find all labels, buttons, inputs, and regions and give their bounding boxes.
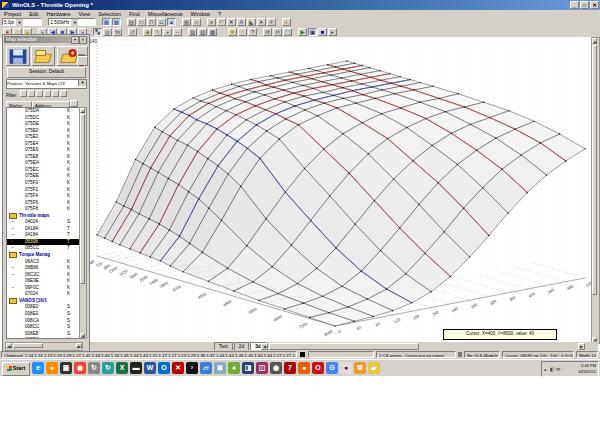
menu-item-window[interactable]: Window xyxy=(186,10,214,18)
pen-button[interactable]: ✎ xyxy=(153,28,162,36)
pointer-button[interactable]: ➤ xyxy=(257,18,266,26)
blue-box-button[interactable]: ■ xyxy=(318,28,327,36)
checker-button[interactable]: ▚ xyxy=(93,28,102,36)
insert-button[interactable]: ◆ xyxy=(143,28,152,36)
text-view-button[interactable]: ▤ xyxy=(127,18,136,26)
menu-item-hardware[interactable]: Hardware xyxy=(43,10,75,18)
menu-item-project[interactable]: Project xyxy=(0,10,25,18)
taskbar-icon-red-x-app[interactable]: ✕ xyxy=(172,362,184,374)
taskbar-icon-folder-yellow[interactable]: ▰ xyxy=(368,362,380,374)
taskbar-icon-game[interactable]: ♠ xyxy=(228,362,240,374)
3d-surface-plot[interactable]: 1404807209601200152018402160248028003200… xyxy=(89,37,591,342)
filter-option-4[interactable] xyxy=(44,90,51,97)
compare-button[interactable]: ≡ xyxy=(207,18,216,26)
panel-pin-icon[interactable]: ▾ xyxy=(71,36,79,44)
menu-item-edit[interactable]: Edit xyxy=(25,10,42,18)
taskbar-icon-app-dark[interactable]: ▣ xyxy=(60,362,72,374)
filter-option-2[interactable] xyxy=(28,90,35,97)
taskbar-icon-firefox-orange[interactable]: ● xyxy=(46,362,58,374)
taskbar-icon-outlook[interactable]: O xyxy=(158,362,170,374)
sync-button[interactable]: ↺ xyxy=(128,28,137,36)
list-horizontal-scrollbar[interactable]: ◀ ▶ xyxy=(5,342,83,351)
taskbar-icon-wrench[interactable]: ⚒ xyxy=(354,362,366,374)
list-vertical-scrollbar[interactable]: ▲ ▼ xyxy=(79,107,87,339)
filter-option-1[interactable] xyxy=(20,90,27,97)
list-yellow-button[interactable]: ≡ xyxy=(282,18,291,26)
view-2d-flip-button[interactable]: ⊔ xyxy=(157,18,166,26)
taskbar-icon-sync-teal[interactable]: ↻ xyxy=(102,362,114,374)
taskbar-icon-tiles-blue[interactable]: ◨ xyxy=(242,362,254,374)
taskbar-icon-pen-drive[interactable]: ▬ xyxy=(130,362,142,374)
taskbar-icon-explorer-folder[interactable]: ▱ xyxy=(200,362,212,374)
zoom-button[interactable]: ◎ xyxy=(103,28,112,36)
minus-button[interactable]: − xyxy=(173,28,182,36)
tray-icon-3[interactable]: ◦ xyxy=(562,366,564,372)
mail-2-button[interactable]: ✉ xyxy=(273,28,282,36)
map-3d-button[interactable]: ▨ xyxy=(198,28,207,36)
plus-button[interactable]: + xyxy=(163,28,172,36)
map-list[interactable]: 075DAK075DCK075DEK075E0K075E2K075E4K075E… xyxy=(6,107,82,339)
taskbar-icon-red-seven[interactable]: 7 xyxy=(284,362,296,374)
menu-item-find[interactable]: Find xyxy=(125,10,144,18)
export-green-button[interactable]: ▶ xyxy=(298,28,307,36)
map-2d-button[interactable]: ▧ xyxy=(188,28,197,36)
view-3d-button[interactable]: ▲ xyxy=(167,18,176,26)
taskbar-icon-photo[interactable]: ◫ xyxy=(256,362,268,374)
taskbar-icon-sync-gray[interactable]: ↻ xyxy=(88,362,100,374)
tray-icon-0[interactable]: ▴ xyxy=(544,366,547,372)
start-button[interactable]: Start xyxy=(2,362,30,376)
tab-text[interactable]: Text xyxy=(214,342,233,350)
map-sel-button[interactable]: ▩ xyxy=(208,28,217,36)
view-2d-button[interactable]: ⊓ xyxy=(147,18,156,26)
percent-button[interactable]: % xyxy=(113,28,122,36)
session-button[interactable]: Session: Default xyxy=(7,67,86,78)
mail-button[interactable]: ✉ xyxy=(263,28,272,36)
taskbar-icon-doc-gray[interactable]: ≣ xyxy=(214,362,226,374)
map-row[interactable]: 008EAV xyxy=(7,337,81,339)
undo-button[interactable]: ↶ xyxy=(217,18,226,26)
taskbar-icon-chrome[interactable]: ◉ xyxy=(74,362,86,374)
open-map-icon[interactable] xyxy=(31,46,55,66)
close-button[interactable]: ✕ xyxy=(590,1,599,9)
help-button[interactable]: ? xyxy=(248,28,257,36)
link-view-button[interactable]: ∞ xyxy=(192,18,201,26)
triangle-button[interactable]: ◣ xyxy=(247,18,256,26)
menu-item-selection[interactable]: Selection xyxy=(94,10,125,18)
tray-icon-2[interactable]: ✉ xyxy=(556,366,560,372)
scope-dropdown[interactable]: Projects, Versions & Maps (19 ▼ xyxy=(6,79,87,89)
taskbar-icon-terminal[interactable]: › xyxy=(186,362,198,374)
globe-button[interactable]: ◯ xyxy=(283,28,292,36)
lamp-yellow-button[interactable]: ✹ xyxy=(228,28,237,36)
text-a-button[interactable]: A xyxy=(237,18,246,26)
plot-vertical-scrollbar[interactable]: ▲ ▼ xyxy=(591,37,600,344)
taskbar-icon-bulb[interactable]: ◉ xyxy=(270,362,282,374)
tray-icon-1[interactable]: ◧ xyxy=(550,366,555,372)
taskbar-icon-google-sphere[interactable]: G xyxy=(326,362,338,374)
ole-box-button[interactable]: ▣ xyxy=(308,28,317,36)
small-swap-icon[interactable] xyxy=(77,56,88,66)
grid-view-2-button[interactable]: ▦ xyxy=(112,18,121,26)
taskbar-icon-excel[interactable]: X xyxy=(116,362,128,374)
font-size-combo[interactable]: 5,0pt▼ xyxy=(2,18,42,26)
menu-item-view[interactable]: View xyxy=(74,10,94,18)
more-button[interactable]: ▸ xyxy=(328,28,337,36)
maximize-button[interactable]: □ xyxy=(580,1,589,9)
minimize-button[interactable]: _ xyxy=(570,1,579,9)
cut-button[interactable]: ✕ xyxy=(227,18,236,26)
cross-button[interactable]: ✛ xyxy=(267,18,276,26)
window-titlebar[interactable]: WinOLS - Throttle Opening * _ □ ✕ xyxy=(0,0,600,10)
column-flag[interactable] xyxy=(70,100,78,107)
taskbar-icon-word[interactable]: W xyxy=(144,362,156,374)
filter-option-6[interactable] xyxy=(60,90,67,97)
up-yellow-button[interactable]: ↑ xyxy=(238,28,247,36)
filter-option-5[interactable] xyxy=(52,90,59,97)
taskbar-icon-opera[interactable]: O xyxy=(312,362,324,374)
grid-view-1-button[interactable]: ▦ xyxy=(102,18,111,26)
frequency-combo[interactable]: 2.500kHz▼ xyxy=(48,18,96,26)
panel-close-icon[interactable]: ✕ xyxy=(79,36,87,44)
hscroll-left-icon[interactable]: ◀ xyxy=(261,343,268,350)
tray-clock[interactable]: 5:46 PM 4/23/2021 xyxy=(578,363,596,375)
tab-2d[interactable]: 2d xyxy=(234,342,249,350)
hscroll-thumb[interactable] xyxy=(269,343,419,350)
hscroll-right-icon[interactable]: ▶ xyxy=(578,343,585,350)
